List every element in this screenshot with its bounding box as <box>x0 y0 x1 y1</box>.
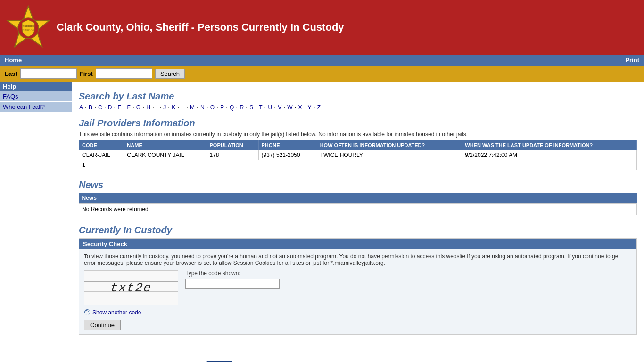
custody-heading: Currently In Custody <box>79 225 637 236</box>
nav-separator: | <box>24 57 25 64</box>
news-heading: News <box>79 180 637 190</box>
cell-last-update: 9/2/2022 7:42:00 AM <box>462 150 637 160</box>
main-content: Search by Last Name A · B · C · D · E · … <box>72 82 644 344</box>
security-check-body: To view those currently in custody, you … <box>79 249 636 334</box>
alpha-N[interactable]: N <box>200 104 205 111</box>
alpha-O[interactable]: O <box>210 104 215 111</box>
alpha-R[interactable]: R <box>239 104 244 111</box>
svg-text:CLARK CO.: CLARK CO. <box>22 29 35 32</box>
continue-button[interactable]: Continue <box>84 320 121 330</box>
news-no-records-row: No Records were returned <box>79 204 637 215</box>
svg-text:SHERIFF: SHERIFF <box>22 25 34 28</box>
alpha-J[interactable]: J <box>163 104 166 111</box>
refresh-icon <box>84 309 91 316</box>
alpha-A[interactable]: A <box>79 104 83 111</box>
search-section-heading: Search by Last Name <box>79 91 637 102</box>
last-name-input[interactable] <box>20 68 77 79</box>
first-name-input[interactable] <box>96 68 152 79</box>
captcha-label: Type the code shown: <box>185 270 280 277</box>
alpha-H[interactable]: H <box>146 104 150 111</box>
security-check-box: Security Check To view those currently i… <box>79 238 637 335</box>
jail-providers-table: CODE NAME POPULATION PHONE HOW OFTEN IS … <box>79 140 637 170</box>
nav-bar: Home | Print <box>0 55 644 66</box>
cell-code: CLAR-JAIL <box>79 150 124 160</box>
alpha-U[interactable]: U <box>268 104 272 111</box>
cell-update-freq: TWICE HOURLY <box>317 150 462 160</box>
header-title-area: Clark County, Ohio, Sheriff - Persons Cu… <box>52 21 639 33</box>
cell-population: 178 <box>206 150 258 160</box>
search-bar: Last First Search <box>0 66 644 82</box>
sidebar: Help FAQs Who can I call? <box>0 82 72 112</box>
table-row: CLAR-JAIL CLARK COUNTY JAIL 178 (937) 52… <box>79 150 637 160</box>
col-name: NAME <box>124 140 206 150</box>
alpha-I[interactable]: I <box>156 104 157 111</box>
col-last-update: WHEN WAS THE LAST UPDATE OF INFORMATION? <box>462 140 637 150</box>
sheriff-logo: SHERIFF CLARK CO. <box>5 4 52 51</box>
first-name-label: First <box>80 70 93 77</box>
security-check-header: Security Check <box>79 239 636 249</box>
sidebar-link-faqs[interactable]: FAQs <box>0 91 72 102</box>
alpha-K[interactable]: K <box>172 104 175 111</box>
jail-providers-description: This website contains information on inm… <box>79 131 637 138</box>
news-col: News <box>79 193 637 204</box>
sidebar-help-title: Help <box>0 82 72 91</box>
page-title: Clark County, Ohio, Sheriff - Persons Cu… <box>57 21 639 33</box>
sidebar-link-who-can-i-call[interactable]: Who can I call? <box>0 102 72 112</box>
show-another-label: Show another code <box>92 309 141 316</box>
alpha-D[interactable]: D <box>108 104 112 111</box>
row-count-row: 1 <box>79 160 637 170</box>
col-population: POPULATION <box>206 140 258 150</box>
alpha-E[interactable]: E <box>117 104 121 111</box>
alpha-L[interactable]: L <box>181 104 184 111</box>
alpha-Q[interactable]: Q <box>230 104 234 111</box>
captcha-area: txt2e Show another code Continue <box>84 270 632 330</box>
captcha-input[interactable] <box>185 279 280 289</box>
last-name-label: Last <box>5 70 17 77</box>
alpha-Z[interactable]: Z <box>317 104 321 111</box>
security-check-message: To view those currently in custody, you … <box>84 253 632 266</box>
alpha-B[interactable]: B <box>89 104 92 111</box>
alpha-M[interactable]: M <box>190 104 195 111</box>
footer: MONTGOMERY COUNTY ©2001- 2022 Board of C… <box>0 354 644 362</box>
news-header-row: News <box>79 193 637 204</box>
jail-providers-heading: Jail Providers Information <box>79 118 637 129</box>
col-code: CODE <box>79 140 124 150</box>
search-button[interactable]: Search <box>155 69 185 79</box>
alphabet-links: A · B · C · D · E · F · G · H · I · J · … <box>79 104 637 111</box>
alpha-G[interactable]: G <box>136 104 140 111</box>
alpha-V[interactable]: V <box>278 104 281 111</box>
row-count-cell: 1 <box>79 160 637 170</box>
show-another-code-link[interactable]: Show another code <box>84 309 178 316</box>
alpha-F[interactable]: F <box>127 104 130 111</box>
captcha-input-area: Type the code shown: <box>185 270 280 289</box>
home-link[interactable]: Home <box>5 57 22 64</box>
captcha-image: txt2e Show another code Continue <box>84 270 178 330</box>
cell-name: CLARK COUNTY JAIL <box>124 150 206 160</box>
col-update-freq: HOW OFTEN IS INFORMATION UPDATED? <box>317 140 462 150</box>
alpha-X[interactable]: X <box>298 104 302 111</box>
news-no-records: No Records were returned <box>79 204 637 215</box>
alpha-C[interactable]: C <box>98 104 102 111</box>
alpha-P[interactable]: P <box>220 104 224 111</box>
print-link[interactable]: Print <box>625 57 639 64</box>
captcha-display: txt2e <box>84 270 178 305</box>
alpha-W[interactable]: W <box>287 104 292 111</box>
alpha-S[interactable]: S <box>249 104 253 111</box>
alpha-T[interactable]: T <box>259 104 262 111</box>
cell-phone: (937) 521-2050 <box>258 150 317 160</box>
news-table: News No Records were returned <box>79 193 637 215</box>
alpha-Y[interactable]: Y <box>308 104 312 111</box>
table-header-row: CODE NAME POPULATION PHONE HOW OFTEN IS … <box>79 140 637 150</box>
col-phone: PHONE <box>258 140 317 150</box>
